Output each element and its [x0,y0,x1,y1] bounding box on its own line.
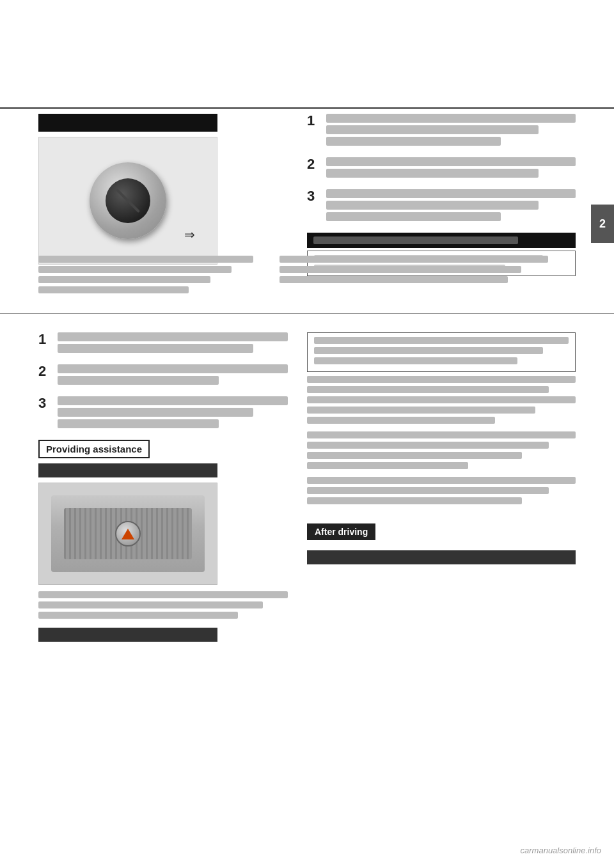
step-3-bottom: 3 [38,396,288,431]
outline-line-3 [314,357,517,364]
hazard-button [115,521,141,546]
step-number-2: 2 [307,157,326,171]
step-3-line-2 [326,201,539,210]
step-number-1: 1 [307,114,326,128]
step-b1-line-2 [58,344,253,353]
page-container: 2 ⇒ 1 [0,0,614,868]
dark-bar-left [38,463,217,477]
step-number-3: 3 [307,189,326,203]
tab-number: 2 [599,217,606,231]
outline-line-2 [314,347,543,354]
knob-outer [90,162,166,239]
hazard-grille [64,508,192,559]
right-para-3-l1 [307,477,576,484]
right-para-1-l1 [307,376,576,383]
step-b3-line-3 [58,419,219,428]
bottom-dark-bar-right [307,550,576,564]
info-outline-right [307,332,576,372]
step-number-b1: 1 [38,332,58,346]
right-para-1 [307,376,576,424]
after-image-line-3 [38,612,238,619]
step-b3-line-1 [58,396,288,405]
right-para-1-l5 [307,417,495,424]
step-3-line-3 [326,212,501,221]
right-para-2-l2 [307,442,549,449]
mid-text-line-1 [38,256,253,263]
section-header-bar-top [38,114,217,132]
mid-text-area [38,256,576,297]
top-rule [0,107,614,109]
right-para-1-l3 [307,396,576,403]
step-1-line-3 [326,137,501,146]
right-para-2-l4 [307,462,468,469]
bottom-dark-bar-left [38,628,217,642]
providing-assistance-label: Providing assistance [38,440,150,458]
step-3-line-1 [326,189,576,198]
step-number-b2: 2 [38,364,58,378]
right-para-2-l3 [307,452,522,459]
left-col-top: ⇒ [38,114,288,265]
right-col-top: 1 2 3 [307,114,576,276]
right-col-bottom: After driving [307,332,576,568]
right-para-3-l3 [307,497,522,504]
step-3-top: 3 [307,189,576,224]
hazard-image [38,483,217,585]
knob-inner [106,178,150,223]
info-box-black-top [307,233,576,248]
mid-text-line-4 [38,286,189,293]
after-driving-label: After driving [307,523,375,540]
watermark: carmanualsonline.info [521,846,601,855]
knob-image: ⇒ [38,137,217,265]
after-image-line-2 [38,601,263,608]
mid-text-line-3 [38,276,210,283]
right-para-3 [307,477,576,504]
step-b2-line-2 [58,376,219,385]
mid-text-right-3 [279,276,508,283]
step-2-line-1 [326,157,576,166]
right-para-3-l2 [307,487,549,494]
step-2-top: 2 [307,157,576,180]
right-para-2 [307,431,576,469]
after-image-line-1 [38,591,288,598]
mid-text-line-2 [38,266,232,273]
step-1-line-1 [326,114,576,123]
step-b3-line-2 [58,408,253,417]
step-1-line-2 [326,125,539,134]
right-para-1-l4 [307,407,535,414]
step-2-bottom: 2 [38,364,288,387]
middle-rule [0,313,614,314]
left-col-bottom: 1 2 3 [38,332,288,646]
hazard-triangle-icon [122,529,134,539]
right-para-1-l2 [307,386,549,393]
mid-text-right-2 [279,266,521,273]
outline-line-1 [314,337,569,344]
step-2-line-2 [326,169,539,178]
step-number-b3: 3 [38,396,58,410]
step-b2-line-1 [58,364,288,373]
knob-arrow-icon: ⇒ [184,227,195,242]
chapter-tab: 2 [591,205,614,243]
right-para-2-l1 [307,431,576,438]
knob-illustration: ⇒ [80,153,176,249]
step-1-bottom: 1 [38,332,288,355]
mid-text-right-1 [279,256,548,263]
knob-line [116,189,140,213]
step-1-top: 1 [307,114,576,148]
hazard-panel [51,495,205,572]
step-b1-line-1 [58,332,288,341]
